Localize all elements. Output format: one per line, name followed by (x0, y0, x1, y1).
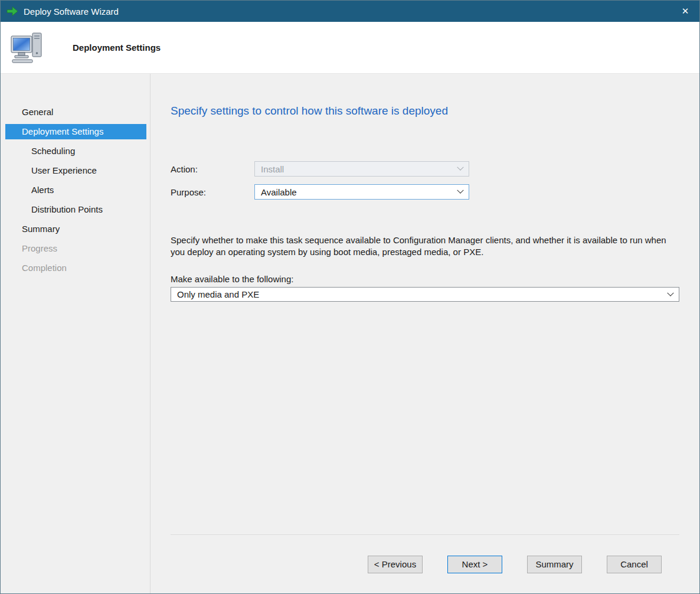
action-value: Install (261, 164, 284, 174)
purpose-row: Purpose: Available (171, 184, 679, 200)
sidebar-item-general[interactable]: General (5, 105, 146, 120)
sidebar-item-user-experience[interactable]: User Experience (5, 163, 146, 178)
action-row: Action: Install (171, 161, 679, 177)
sidebar-item-completion: Completion (5, 260, 146, 276)
chevron-down-icon (457, 187, 463, 194)
next-button[interactable]: Next > (447, 556, 502, 573)
content-heading: Specify settings to control how this sof… (171, 105, 679, 118)
wizard-step-list: General Deployment Settings Scheduling U… (1, 74, 151, 593)
deployment-form: Action: Install Purpose: Available (171, 161, 679, 207)
summary-button[interactable]: Summary (527, 556, 582, 573)
cancel-button[interactable]: Cancel (607, 556, 662, 573)
sidebar-item-alerts[interactable]: Alerts (5, 182, 146, 198)
make-available-value: Only media and PXE (177, 289, 259, 299)
wizard-body: General Deployment Settings Scheduling U… (1, 74, 699, 593)
action-label: Action: (171, 164, 254, 174)
purpose-dropdown[interactable]: Available (254, 184, 469, 200)
computer-icon (10, 32, 44, 64)
sidebar-item-deployment-settings[interactable]: Deployment Settings (5, 124, 146, 139)
titlebar: Deploy Software Wizard ✕ (1, 1, 699, 22)
window-title: Deploy Software Wizard (24, 6, 119, 17)
page-title: Deployment Settings (73, 43, 161, 53)
close-button[interactable]: ✕ (671, 1, 699, 22)
make-available-label: Make available to the following: (171, 274, 679, 284)
chevron-down-icon (667, 289, 673, 296)
main-panel: Specify settings to control how this sof… (151, 74, 699, 593)
chevron-down-icon (457, 164, 463, 171)
wizard-header: Deployment Settings (1, 22, 699, 74)
sidebar-item-scheduling[interactable]: Scheduling (5, 143, 146, 159)
make-available-dropdown[interactable]: Only media and PXE (171, 287, 679, 302)
sidebar-item-distribution-points[interactable]: Distribution Points (5, 202, 146, 217)
deploy-arrow-icon (6, 5, 18, 17)
purpose-value: Available (261, 187, 297, 197)
wizard-footer: < Previous Next > Summary Cancel (171, 534, 679, 593)
deploy-software-wizard-window: Deploy Software Wizard ✕ (0, 0, 700, 594)
previous-button[interactable]: < Previous (368, 556, 423, 573)
action-dropdown: Install (254, 161, 469, 177)
purpose-label: Purpose: (171, 187, 254, 197)
description-text: Specify whether to make this task sequen… (171, 234, 679, 257)
sidebar-item-summary[interactable]: Summary (5, 221, 146, 237)
sidebar-item-progress: Progress (5, 241, 146, 256)
